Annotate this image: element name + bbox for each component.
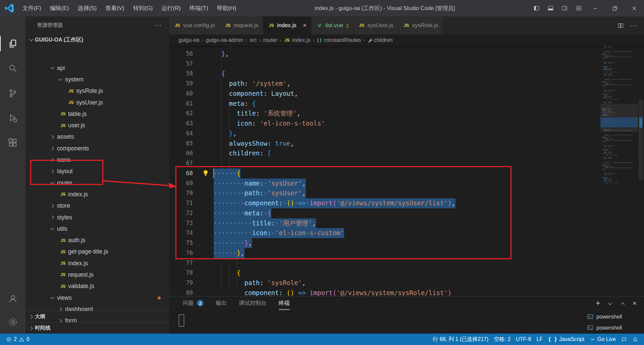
code-line-60[interactable]: 60 component: Layout, — [169, 89, 600, 99]
code-line-77[interactable]: 77 — [169, 258, 600, 268]
code-line-76[interactable]: 76······}, — [169, 248, 600, 258]
file-index.js[interactable]: JSindex.js — [25, 258, 169, 269]
code-line-65[interactable]: 65 alwaysShow: true, — [169, 139, 600, 149]
menu-编辑(E)[interactable]: 编辑(E) — [46, 0, 73, 16]
language-mode-status[interactable]: { } JavaScript — [545, 334, 587, 345]
line-number[interactable]: 68 — [169, 168, 193, 179]
file-sysUser.js[interactable]: JSsysUser.js — [25, 97, 169, 108]
code-line-74[interactable]: 74··········icon:·'el-icon-s-custom' — [169, 228, 600, 238]
extensions-icon[interactable] — [0, 130, 25, 155]
run-debug-icon[interactable] — [0, 106, 25, 130]
code-line-75[interactable]: 75········}, — [169, 238, 600, 248]
code-line-58[interactable]: 58 { — [169, 69, 600, 79]
line-number[interactable]: 66 — [169, 148, 193, 158]
menu-文件(F)[interactable]: 文件(F) — [18, 0, 46, 16]
minimap[interactable]: title: '系统管理', name: 'sysUser', }, }, co… — [600, 46, 638, 296]
scrollbar[interactable] — [638, 46, 644, 296]
line-number[interactable]: 58 — [169, 69, 193, 79]
file-auth.js[interactable]: JSauth.js — [25, 234, 169, 246]
code-lines[interactable]: 55 ]56 },5758 {59 path: '/system',60 com… — [169, 46, 600, 296]
maximize-panel-icon[interactable] — [620, 301, 626, 305]
code-line-69[interactable]: 69········name:·'sysUser', — [169, 179, 600, 189]
breadcrumb-index.js[interactable]: JSindex.js — [284, 37, 310, 43]
code-editor[interactable]: 55 ]56 },5758 {59 path: '/system',60 com… — [169, 46, 644, 296]
source-control-icon[interactable] — [0, 81, 25, 106]
code-line-67[interactable]: 67 — [169, 158, 600, 168]
line-number[interactable]: 77 — [169, 258, 193, 268]
tab-list.vue[interactable]: Vlist.vue2 — [312, 16, 354, 34]
breadcrumb-src[interactable]: src — [250, 37, 257, 43]
line-number[interactable]: 60 — [169, 89, 193, 99]
file-get-page-title.js[interactable]: JSget-page-title.js — [25, 246, 169, 258]
line-number[interactable]: 67 — [169, 158, 193, 168]
code-line-80[interactable]: 80 component: () => import('@/views/syst… — [169, 288, 600, 296]
menu-选择(S)[interactable]: 选择(S) — [73, 0, 101, 16]
terminal-dropdown-icon[interactable] — [607, 301, 613, 305]
code-line-79[interactable]: 79 path: 'sysRole', — [169, 278, 600, 288]
breadcrumb-constantRoutes[interactable]: []constantRoutes — [317, 37, 361, 43]
toggle-secondary-sidebar-icon[interactable] — [557, 0, 572, 16]
code-line-71[interactable]: 71········component:·()·=>·import('@/vie… — [169, 198, 600, 208]
encoding-status[interactable]: UTF-8 — [513, 334, 534, 345]
line-number[interactable]: 80 — [169, 288, 193, 296]
file-index.js[interactable]: JSindex.js — [25, 189, 169, 200]
breadcrumb-guigu-oa[interactable]: guigu-oa — [178, 37, 199, 43]
line-number[interactable]: 78 — [169, 268, 193, 278]
line-number[interactable]: 79 — [169, 278, 193, 288]
terminal-instance[interactable]: powershell — [584, 322, 644, 333]
lightbulb-icon[interactable] — [202, 169, 210, 177]
file-sysRole.js[interactable]: JSsysRole.js — [25, 85, 169, 97]
line-number[interactable]: 73 — [169, 218, 193, 228]
tab-sysRole.js[interactable]: JSsysRole.js — [398, 16, 443, 34]
folder-api[interactable]: api — [25, 62, 169, 74]
code-line-68[interactable]: 68······{ — [169, 168, 600, 179]
file-validate.js[interactable]: JSvalidate.js — [25, 281, 169, 292]
code-line-64[interactable]: 64 }, — [169, 129, 600, 139]
panel-tab-调试控制台[interactable]: 调试控制台 — [239, 296, 267, 310]
toggle-panel-icon[interactable] — [543, 0, 557, 16]
panel-tab-终端[interactable]: 终端 — [279, 296, 290, 310]
breadcrumb-guigu-oa-admin[interactable]: guigu-oa-admin — [206, 37, 243, 43]
code-line-72[interactable]: 72········meta:·{ — [169, 208, 600, 218]
tab-request.js[interactable]: JSrequest.js — [220, 16, 264, 34]
terminal-output[interactable] — [169, 310, 584, 334]
folder-components[interactable]: components — [25, 143, 169, 154]
code-line-73[interactable]: 73··········title:·'用户管理', — [169, 218, 600, 228]
terminal-instance[interactable]: powershell — [584, 311, 644, 322]
account-icon[interactable] — [0, 287, 25, 310]
menu-查看(V)[interactable]: 查看(V) — [101, 0, 129, 16]
code-line-57[interactable]: 57 — [169, 59, 600, 69]
breadcrumb-children[interactable]: children — [368, 37, 393, 43]
feedback-status[interactable] — [619, 334, 630, 345]
panel-tab-输出[interactable]: 输出 — [216, 296, 227, 310]
close-tab-icon[interactable]: × — [303, 22, 307, 29]
folder-views[interactable]: views — [25, 292, 169, 303]
tab-vue.config.js[interactable]: JSvue.config.js — [169, 16, 220, 34]
code-line-63[interactable]: 63 icon: 'el-icon-s-tools' — [169, 119, 600, 129]
folder-system[interactable]: system — [25, 74, 169, 85]
line-number[interactable]: 71 — [169, 198, 193, 208]
split-editor-icon[interactable] — [618, 22, 624, 29]
folder-styles[interactable]: styles — [25, 212, 169, 223]
menu-转到(G)[interactable]: 转到(G) — [129, 0, 157, 16]
line-number[interactable]: 63 — [169, 119, 193, 129]
notifications-status[interactable] — [630, 334, 641, 345]
file-table.js[interactable]: JStable.js — [25, 108, 169, 120]
line-number[interactable]: 61 — [169, 99, 193, 109]
file-request.js[interactable]: JSrequest.js — [25, 269, 169, 280]
go-live-status[interactable]: Go Live — [587, 334, 619, 345]
folder-router[interactable]: router — [25, 177, 169, 189]
line-number[interactable]: 76 — [169, 248, 193, 258]
menu-运行(R)[interactable]: 运行(R) — [157, 0, 185, 16]
code-line-61[interactable]: 61 meta: { — [169, 99, 600, 109]
code-line-55[interactable]: 55 ] — [169, 46, 600, 49]
close-panel-icon[interactable]: × — [633, 299, 637, 307]
tab-sysUser.js[interactable]: JSsysUser.js — [354, 16, 398, 34]
line-number[interactable]: 62 — [169, 109, 193, 119]
timeline-section-header[interactable]: 时间线 — [25, 322, 169, 334]
code-line-62[interactable]: 62 title: '系统管理', — [169, 109, 600, 119]
line-number[interactable]: 57 — [169, 59, 193, 69]
explorer-icon[interactable] — [0, 31, 25, 56]
line-number[interactable]: 65 — [169, 139, 193, 149]
folder-utils[interactable]: utils — [25, 223, 169, 234]
